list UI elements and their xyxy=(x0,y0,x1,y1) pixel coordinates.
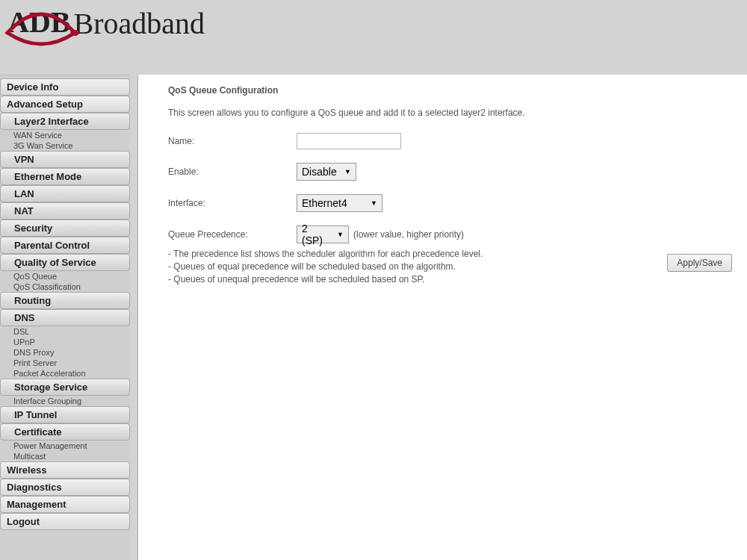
interface-select-value: Ethernet4 xyxy=(302,197,347,209)
chevron-down-icon: ▼ xyxy=(337,231,344,238)
logo-letters: ADB xyxy=(7,5,70,39)
nav-print-server[interactable]: Print Server xyxy=(0,358,130,368)
nav-dns-proxy[interactable]: DNS Proxy xyxy=(0,347,130,358)
enable-select[interactable]: Disable ▼ xyxy=(297,163,356,181)
precedence-hint: (lower value, higher priority) xyxy=(353,229,464,240)
nav-parental-control[interactable]: Parental Control xyxy=(0,237,130,254)
nav-interface-grouping[interactable]: Interface Grouping xyxy=(0,396,130,406)
main-content: QoS Queue Configuration This screen allo… xyxy=(137,75,747,560)
nav-upnp[interactable]: UPnP xyxy=(0,337,130,347)
name-input[interactable] xyxy=(297,133,401,149)
nav-logout[interactable]: Logout xyxy=(0,513,130,530)
nav-vpn[interactable]: VPN xyxy=(0,151,130,168)
interface-select[interactable]: Ethernet4 ▼ xyxy=(297,194,382,212)
nav-wan-service[interactable]: WAN Service xyxy=(0,130,130,140)
note-line-3: - Queues of unequal precedence will be s… xyxy=(168,273,725,286)
note-line-2: - Queues of equal precedence will be sch… xyxy=(168,261,725,273)
note-line-1: - The precedence list shows the schedule… xyxy=(168,248,725,261)
nav-wireless[interactable]: Wireless xyxy=(0,461,130,479)
nav-3g-wan-service[interactable]: 3G Wan Service xyxy=(0,140,130,151)
precedence-notes: - The precedence list shows the schedule… xyxy=(168,248,725,285)
nav-ethernet-mode[interactable]: Ethernet Mode xyxy=(0,168,130,185)
label-enable: Enable: xyxy=(168,167,297,177)
precedence-select-value: 2 (SP) xyxy=(302,223,331,246)
nav-qos-classification[interactable]: QoS Classification xyxy=(0,281,130,292)
page-description: This screen allows you to configure a Qo… xyxy=(168,108,725,118)
chevron-down-icon: ▼ xyxy=(371,199,377,207)
nav-diagnostics[interactable]: Diagnostics xyxy=(0,479,130,496)
label-interface: Interface: xyxy=(168,198,297,208)
nav-qos-queue[interactable]: QoS Queue xyxy=(0,271,130,281)
nav-lan[interactable]: LAN xyxy=(0,185,130,202)
nav-multicast[interactable]: Multicast xyxy=(0,451,130,461)
nav-device-info[interactable]: Device Info xyxy=(0,78,130,96)
nav-security[interactable]: Security xyxy=(0,220,130,237)
chevron-down-icon: ▼ xyxy=(344,168,351,175)
label-precedence: Queue Precedence: xyxy=(168,229,297,240)
nav-management[interactable]: Management xyxy=(0,496,130,513)
page-title: QoS Queue Configuration xyxy=(168,85,725,96)
nav-certificate[interactable]: Certificate xyxy=(0,423,130,441)
label-name: Name: xyxy=(168,136,297,146)
nav-packet-acceleration[interactable]: Packet Acceleration xyxy=(0,368,130,379)
sidebar: Device Info Advanced Setup Layer2 Interf… xyxy=(0,75,130,560)
nav-nat[interactable]: NAT xyxy=(0,202,130,220)
nav-layer2-interface[interactable]: Layer2 Interface xyxy=(0,113,130,130)
nav-ip-tunnel[interactable]: IP Tunnel xyxy=(0,406,130,423)
brand-logo: ADB Broadband xyxy=(7,7,740,37)
nav-power-management[interactable]: Power Management xyxy=(0,441,130,451)
nav-dsl[interactable]: DSL xyxy=(0,326,130,337)
logo-mark: ADB xyxy=(7,7,70,37)
nav-routing[interactable]: Routing xyxy=(0,292,130,309)
precedence-select[interactable]: 2 (SP) ▼ xyxy=(297,225,349,243)
enable-select-value: Disable xyxy=(302,166,337,178)
apply-save-button[interactable]: Apply/Save xyxy=(667,254,732,272)
nav-qos[interactable]: Quality of Service xyxy=(0,254,130,271)
nav-storage-service[interactable]: Storage Service xyxy=(0,379,130,396)
logo-word: Broadband xyxy=(73,9,205,39)
header-bar: ADB Broadband xyxy=(0,0,747,75)
nav-advanced-setup[interactable]: Advanced Setup xyxy=(0,96,130,113)
nav-dns[interactable]: DNS xyxy=(0,309,130,326)
